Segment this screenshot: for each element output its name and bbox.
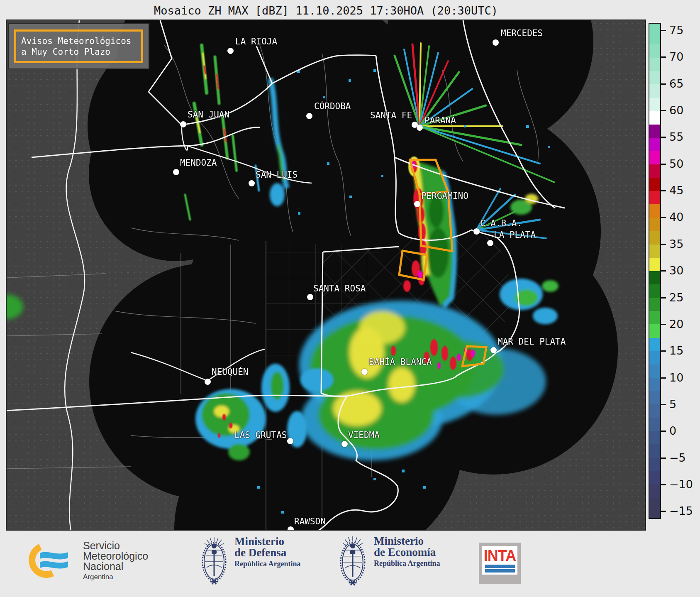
city-dot-mendoza bbox=[173, 169, 179, 175]
inta-logo: INTA bbox=[479, 543, 521, 584]
colorbar-tick-label-45: 45 bbox=[669, 184, 683, 197]
city-dot-neuqu-n bbox=[205, 379, 211, 385]
city-dot-san-juan bbox=[180, 121, 186, 127]
colorbar-tick--15 bbox=[661, 511, 666, 512]
colorbar-band-26 bbox=[649, 365, 660, 378]
economia-line1: Ministerio bbox=[374, 536, 440, 547]
economia-logo: Ministerio de Economía República Argenti… bbox=[338, 536, 440, 587]
colorbar-band-4 bbox=[649, 71, 660, 84]
colorbar-band-23 bbox=[649, 324, 660, 338]
colorbar-tick-20 bbox=[661, 324, 666, 325]
colorbar-band-15 bbox=[649, 218, 660, 231]
warning-panel-line1: Avisos Meteorológicos bbox=[21, 36, 136, 46]
colorbar-band-14 bbox=[649, 204, 660, 218]
city-dot-bah-a-blanca bbox=[361, 369, 368, 375]
colorbar-tick--10 bbox=[661, 484, 666, 485]
colorbar-band-19 bbox=[649, 271, 660, 284]
colorbar-tick-label--5: −5 bbox=[669, 451, 686, 464]
colorbar-band-36 bbox=[649, 498, 660, 511]
city-label-neuqu-n: NEUQUÉN bbox=[212, 367, 249, 377]
defensa-line2: de Defensa bbox=[234, 547, 301, 558]
colorbar-band-9 bbox=[649, 138, 660, 151]
colorbar-tick-25 bbox=[661, 297, 666, 298]
city-dot-paran- bbox=[417, 125, 423, 131]
city-dot-mar-del-plata bbox=[490, 347, 497, 353]
colorbar-band-20 bbox=[649, 284, 660, 298]
radar-map: MERCEDESLA RIOJASAN JUANCÓRDOBASANTA FEP… bbox=[6, 20, 646, 531]
colorbar-tick-label-15: 15 bbox=[669, 344, 683, 357]
defensa-coat-of-arms-icon bbox=[200, 536, 228, 586]
city-dot-mercedes bbox=[493, 39, 499, 46]
colorbar-tick-label-25: 25 bbox=[669, 291, 683, 304]
defensa-line1: Ministerio bbox=[234, 536, 301, 547]
city-label-mar-del-plata: MAR DEL PLATA bbox=[498, 337, 566, 346]
colorbar-band-10 bbox=[649, 151, 660, 164]
city-label-las-grutas: LAS GRUTAS bbox=[234, 431, 287, 440]
colorbar-band-11 bbox=[649, 164, 660, 178]
colorbar-band-16 bbox=[649, 231, 660, 245]
colorbar-band-33 bbox=[649, 458, 660, 471]
economia-coat-of-arms-icon bbox=[338, 536, 367, 587]
colorbar-band-5 bbox=[649, 84, 660, 98]
colorbar-tick-label-0: 0 bbox=[669, 424, 676, 437]
city-label-la-plata: LA PLATA bbox=[494, 230, 536, 240]
colorbar-tick-label-5: 5 bbox=[669, 398, 676, 411]
colorbar-band-35 bbox=[649, 484, 660, 498]
colorbar-tick-label-50: 50 bbox=[669, 157, 683, 170]
radar-mosaic-page: { "title": "Mosaico ZH MAX [dBZ] 11.10.2… bbox=[0, 0, 700, 597]
colorbar-band-1 bbox=[649, 31, 660, 44]
city-label-la-rioja: LA RIOJA bbox=[235, 37, 277, 46]
colorbar-band-22 bbox=[649, 311, 660, 324]
city-label-c-a-b-a-: C.A.B.A. bbox=[480, 219, 522, 228]
city-label-bah-a-blanca: BAHÍA BLANCA bbox=[369, 357, 432, 367]
city-dot-c-rdoba bbox=[306, 113, 312, 119]
colorbar-tick--5 bbox=[661, 458, 666, 459]
colorbar-band-28 bbox=[649, 391, 660, 404]
city-label-san-luis: SAN LUIS bbox=[256, 170, 298, 179]
inta-bar-1 bbox=[485, 565, 515, 568]
colorbar-tick-label-55: 55 bbox=[669, 130, 683, 143]
warning-panel: Avisos Meteorológicos a Muy Corto Plazo bbox=[8, 23, 149, 69]
colorbar-band-29 bbox=[649, 404, 660, 418]
colorbar-tick-label-60: 60 bbox=[669, 104, 683, 117]
colorbar-band-3 bbox=[649, 58, 660, 71]
city-dot-san-luis bbox=[249, 180, 255, 186]
smn-line3: Nacional bbox=[83, 561, 148, 572]
colorbar-tick-50 bbox=[661, 164, 666, 165]
smn-line2: Meteorológico bbox=[83, 551, 148, 561]
city-dot-la-rioja bbox=[227, 48, 234, 54]
smn-line1: Servicio bbox=[83, 541, 148, 551]
city-label-rawson: RAWSON bbox=[294, 517, 326, 526]
colorbar-band-25 bbox=[649, 351, 660, 365]
colorbar-tick-label-40: 40 bbox=[669, 210, 683, 223]
colorbar-tick-30 bbox=[661, 270, 666, 272]
radar-map-graphic bbox=[7, 20, 646, 531]
colorbar-band-17 bbox=[649, 245, 660, 258]
colorbar-tick-35 bbox=[661, 244, 666, 245]
colorbar-tick-60 bbox=[661, 110, 666, 111]
colorbar-tick-label-20: 20 bbox=[669, 318, 683, 330]
city-label-viedma: VIEDMA bbox=[348, 431, 380, 440]
colorbar-tick-label-75: 75 bbox=[669, 24, 683, 37]
colorbar-tick-label--15: −15 bbox=[669, 504, 693, 517]
inta-logo-frame: INTA bbox=[482, 546, 517, 575]
colorbar-tick-55 bbox=[661, 137, 666, 138]
colorbar-tick-15 bbox=[661, 350, 666, 352]
colorbar-tick-label-35: 35 bbox=[669, 237, 683, 250]
colorbar bbox=[649, 23, 661, 519]
smn-sub: Argentina bbox=[83, 573, 148, 581]
city-label-mercedes: MERCEDES bbox=[501, 29, 543, 38]
colorbar-tick-65 bbox=[661, 83, 666, 85]
footer: Servicio Meteorológico Nacional Argentin… bbox=[0, 531, 700, 597]
colorbar-band-7 bbox=[649, 111, 660, 125]
city-dot-pergamino bbox=[414, 201, 420, 207]
economia-sub: República Argentina bbox=[374, 559, 440, 568]
colorbar-tick-0 bbox=[661, 431, 666, 432]
colorbar-band-8 bbox=[649, 125, 660, 138]
city-label-paran-: PARANÁ bbox=[424, 116, 456, 125]
city-dot-c-a-b-a- bbox=[473, 228, 480, 235]
colorbar-band-2 bbox=[649, 44, 660, 58]
colorbar-bottom-cap bbox=[649, 511, 660, 518]
city-dot-rawson bbox=[288, 526, 294, 531]
city-dot-la-plata bbox=[487, 240, 493, 246]
